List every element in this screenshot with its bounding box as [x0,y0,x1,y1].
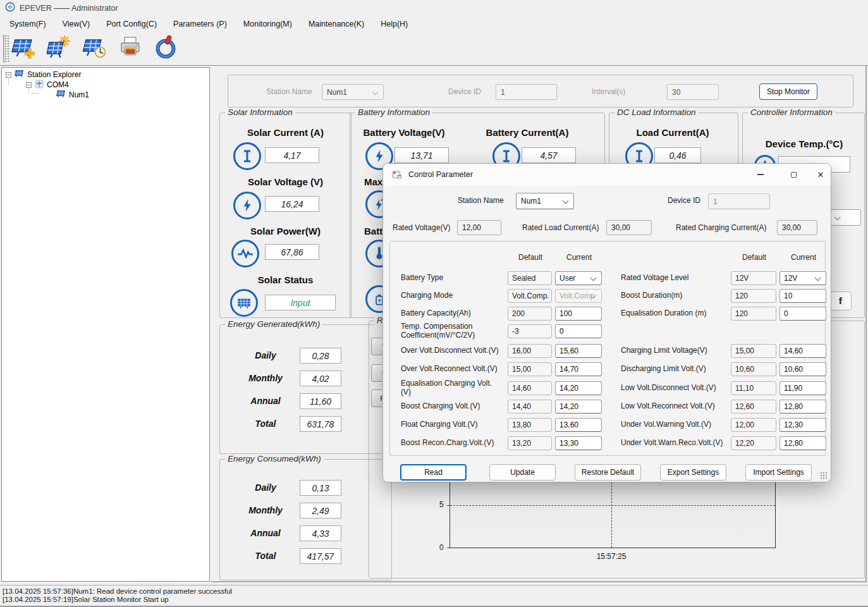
param-default-value: 14,40 [508,400,552,414]
solar-current-label: Solar Current (A) [220,127,351,138]
param-current-input[interactable]: 12,80 [779,436,826,450]
param-label: Over Volt.Reconnect Volt.(V) [401,359,503,380]
param-current-input[interactable]: 14,20 [555,400,602,414]
energy-row-value: 4,02 [300,371,341,386]
rated-charging-current-label: Rated Charging Current(A) [676,223,766,232]
param-current-input[interactable]: 11,90 [779,381,826,395]
menu-item-6[interactable]: Help(H) [372,17,416,31]
interval-label: Interval(s) [592,87,625,96]
param-current-select[interactable]: Volt.Comp [555,289,602,303]
param-default-value: 10,60 [731,362,776,376]
close-button[interactable]: ✕ [812,166,829,183]
dc-load-panel-title: DC Load Information [614,107,699,117]
param-current-input[interactable]: 13,30 [555,436,602,450]
interval-value: 30 [672,88,680,97]
dialog-titlebar[interactable]: Control Parameter ✕ [383,164,831,185]
tree-item-station-explorer[interactable]: − Station Explorer [6,70,81,80]
param-current-select[interactable]: User [555,271,602,285]
param-current-input[interactable]: 14,20 [555,381,602,395]
tree-item-com-port[interactable]: − COM4 [26,80,69,90]
battery-temp-label-partial: Batt [364,226,382,236]
battery-current-value: 4,57 [522,147,576,163]
energy-row-label: Monthly [235,505,296,515]
param-label: Discharging Limit Volt.(V) [621,359,728,380]
power-pulse-icon [231,240,259,267]
energy-row-value: 417,57 [300,548,341,564]
tree-item-label: Station Explorer [27,70,81,79]
param-default-value: Sealed [508,271,552,285]
device-id-value: 1 [501,88,505,97]
menu-item-4[interactable]: Monitoring(M) [235,17,300,31]
column-header-current: Current [555,253,603,262]
dialog-button-1[interactable]: Update [489,464,556,481]
interval-input[interactable]: 30 [667,84,719,100]
energy-generated-panel: Energy Generated(kWh) Daily0,28Monthly4,… [219,324,392,454]
dialog-title: Control Parameter [408,170,473,179]
solar-panel-title: Solar Information [225,107,295,117]
power-exit-button[interactable] [152,35,180,63]
device-id-input[interactable]: 1 [496,84,557,100]
param-current-input[interactable]: 0 [555,324,602,338]
param-current-input[interactable]: 0 [779,307,826,321]
station-timer-button[interactable] [81,35,109,63]
dialog-button-2[interactable]: Restore Default [575,464,641,481]
dialog-button-3[interactable]: Export Settings [660,464,726,481]
param-current-input[interactable]: 10,60 [779,362,826,376]
param-default-value: -3 [508,324,552,338]
tree-item-device[interactable]: Num1 [56,90,89,100]
menu-item-2[interactable]: Port Config(C) [98,17,165,31]
add-station-button[interactable] [10,35,38,63]
param-current-input[interactable]: 14,70 [555,362,602,376]
menu-bar: System(F)View(V)Port Config(C)Parameters… [0,16,868,32]
rated-load-current-label: Rated Load Current(A) [522,223,599,232]
form-icon [392,169,402,182]
param-current-input[interactable]: 10 [779,289,826,303]
dialog-station-name-select[interactable]: Num1 [516,193,574,209]
param-current-input[interactable]: 12,80 [779,400,826,414]
menu-item-0[interactable]: System(F) [1,17,54,31]
param-default-value: 13,20 [508,436,552,450]
param-current-input[interactable]: 13,60 [555,418,602,432]
energy-row-value: 0,13 [300,480,341,496]
menu-item-3[interactable]: Parameters (P) [165,17,235,31]
param-current-input[interactable]: 14,60 [779,344,826,358]
resize-grip[interactable] [820,472,827,479]
maximize-button[interactable] [779,166,807,183]
minimize-button[interactable] [747,166,774,183]
param-current-input[interactable]: 100 [555,307,602,321]
param-label: Boost Recon.Charg.Volt.(V) [401,432,503,454]
solar-panel-add-icon [11,35,37,63]
station-name-select[interactable]: Num1 [322,84,384,100]
energy-row-label: Annual [235,528,296,538]
param-current-input[interactable]: 12,30 [779,418,826,432]
menu-item-1[interactable]: View(V) [54,17,99,31]
dialog-button-0[interactable]: Read [400,464,467,481]
solar-voltage-value: 16,24 [265,196,319,212]
gridline [450,505,775,506]
collapse-icon[interactable]: − [6,72,11,78]
energy-row-value: 11,60 [300,393,341,409]
param-current-input[interactable]: 15,60 [555,344,602,358]
dialog-device-id-input[interactable]: 1 [708,193,770,209]
partial-combobox[interactable] [831,209,861,226]
energy-row-value: 4,33 [300,525,341,541]
dialog-button-4[interactable]: Import Settings [745,464,812,481]
param-current-value: User [559,274,575,283]
partial-off-button[interactable]: f [829,291,852,310]
stop-monitor-button[interactable]: Stop Monitor [759,83,817,100]
param-default-value: 120 [731,307,776,321]
rated-voltage-value: 12,00 [457,220,501,235]
collapse-icon[interactable]: − [26,82,32,88]
dialog-device-id-label: Device ID [668,196,700,205]
solar-panel-clock-icon [82,35,107,63]
parameter-table: Default Current Default Current Battery … [389,241,826,456]
param-label: Equalisation Duration (m) [621,303,728,324]
solar-station-button[interactable] [46,35,73,63]
column-header-current: Current [779,253,828,262]
device-id-label: Device ID [448,87,481,96]
power-icon [153,35,178,63]
print-button[interactable] [116,35,144,63]
menu-item-5[interactable]: Maintenance(K) [300,17,372,31]
solar-power-label: Solar Power(W) [220,226,351,236]
param-current-select[interactable]: 12V [779,271,826,285]
